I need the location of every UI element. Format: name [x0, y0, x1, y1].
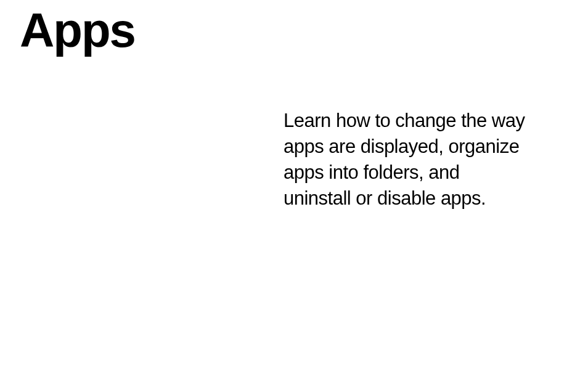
page-description: Learn how to change the way apps are dis…	[284, 108, 530, 211]
page-title: Apps	[20, 6, 135, 54]
